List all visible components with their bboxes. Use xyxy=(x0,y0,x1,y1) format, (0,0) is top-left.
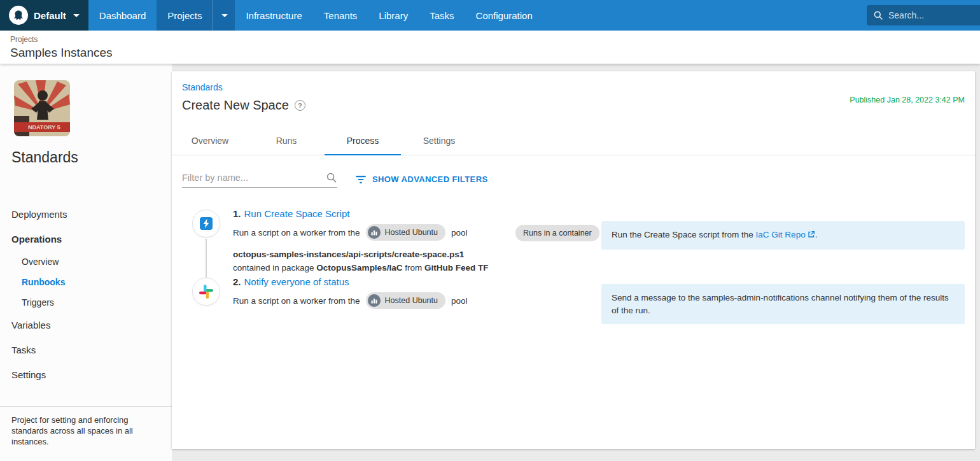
worker-pool-name: Hosted Ubuntu xyxy=(385,228,438,237)
global-search xyxy=(867,5,980,25)
filter-icon xyxy=(355,175,367,184)
worker-pool-suffix: pool xyxy=(451,296,468,306)
process-steps-list: 1.Run Create Space Script Run a script o… xyxy=(182,208,965,365)
process-step-1: 1.Run Create Space Script Run a script o… xyxy=(182,208,965,273)
script-path: octopus-samples-instances/api-scripts/cr… xyxy=(233,250,965,259)
project-sidebar: NDATORY 5 Standards Deployments Operatio… xyxy=(0,64,172,461)
runbook-title-row: Create New Space ? xyxy=(182,98,965,113)
worker-pool-text: Run a script on a worker from the xyxy=(233,296,360,306)
process-step-2: 2.Notify everyone of status Run a script… xyxy=(182,276,965,365)
runbook-title: Create New Space xyxy=(182,98,289,113)
sidebar-nav: Deployments Operations Overview Runbooks… xyxy=(0,202,172,387)
sidebar-item-runbooks[interactable]: Runbooks xyxy=(0,272,172,292)
step-1-icon[interactable] xyxy=(192,209,220,238)
worker-pool-icon xyxy=(368,226,381,239)
main-content-card: Standards Create New Space ? Published J… xyxy=(172,71,975,449)
octopus-logo-icon xyxy=(9,6,28,25)
search-icon xyxy=(326,172,337,183)
step-2-note: Send a message to the samples-admin-noti… xyxy=(601,284,965,324)
sidebar-item-overview[interactable]: Overview xyxy=(0,252,172,272)
worker-pool-suffix: pool xyxy=(451,228,468,238)
project-breadcrumb-link[interactable]: Standards xyxy=(182,82,223,92)
package-mid: from xyxy=(402,263,424,273)
filter-row: SHOW ADVANCED FILTERS xyxy=(182,172,965,188)
worker-pool-name: Hosted Ubuntu xyxy=(385,296,438,305)
package-line: contained in package OctopusSamples/IaC … xyxy=(233,263,965,273)
sidebar-item-variables[interactable]: Variables xyxy=(0,313,172,337)
slack-icon xyxy=(198,283,214,300)
project-description: Project for setting and enforcing standa… xyxy=(0,407,172,447)
nav-item-dashboard[interactable]: Dashboard xyxy=(88,0,157,31)
feed-name: GitHub Feed TF xyxy=(424,263,489,273)
worker-pool-text: Run a script on a worker from the xyxy=(233,228,360,238)
project-name: Standards xyxy=(11,149,172,166)
page-title: Samples Instances xyxy=(10,46,980,60)
step-1-number: 1. xyxy=(233,208,241,219)
worker-pool-icon xyxy=(368,294,381,307)
space-selector[interactable]: Default xyxy=(0,0,88,31)
filter-input[interactable] xyxy=(182,173,326,183)
step-2-number: 2. xyxy=(233,276,241,287)
nav-item-tenants[interactable]: Tenants xyxy=(313,0,368,31)
package-prefix: contained in package xyxy=(233,263,316,273)
space-selector-label: Default xyxy=(34,10,66,21)
step-1-title: 1.Run Create Space Script xyxy=(233,208,965,219)
chevron-down-icon xyxy=(221,14,228,17)
breadcrumb-parent-link[interactable]: Projects xyxy=(10,35,980,44)
search-icon xyxy=(873,10,883,20)
nav-item-projects[interactable]: Projects xyxy=(157,0,213,31)
tab-process[interactable]: Process xyxy=(325,127,401,155)
sidebar-item-settings[interactable]: Settings xyxy=(0,362,172,387)
package-name: OctopusSamples/IaC xyxy=(316,263,402,273)
container-chip: Runs in a container xyxy=(515,225,599,241)
step-1-name-link[interactable]: Run Create Space Script xyxy=(244,208,350,219)
top-navbar: Default Dashboard Projects Infrastructur… xyxy=(0,0,980,31)
sidebar-item-deployments[interactable]: Deployments xyxy=(0,202,172,227)
breadcrumb-bar: Projects Samples Instances xyxy=(0,31,980,64)
help-icon[interactable]: ? xyxy=(295,100,305,111)
svg-text:NDATORY 5: NDATORY 5 xyxy=(28,124,60,131)
tab-runs[interactable]: Runs xyxy=(248,127,325,155)
tab-bar: Overview Runs Process Settings xyxy=(172,127,975,155)
sidebar-item-tasks[interactable]: Tasks xyxy=(0,337,172,362)
nav-item-library[interactable]: Library xyxy=(368,0,419,31)
note-text: Run the Create Space script from the xyxy=(612,230,756,239)
tab-settings[interactable]: Settings xyxy=(401,127,477,155)
sidebar-item-triggers[interactable]: Triggers xyxy=(0,292,172,313)
worker-pool-chip: Hosted Ubuntu xyxy=(366,224,445,241)
worker-pool-chip: Hosted Ubuntu xyxy=(366,292,445,309)
nav-item-configuration[interactable]: Configuration xyxy=(465,0,543,31)
nav-item-tasks[interactable]: Tasks xyxy=(419,0,465,31)
nav-item-infrastructure[interactable]: Infrastructure xyxy=(235,0,312,31)
note-text-end: . xyxy=(815,230,818,239)
iac-git-repo-link[interactable]: IaC Git Repo xyxy=(756,230,806,239)
chevron-down-icon xyxy=(73,14,80,17)
sidebar-item-operations[interactable]: Operations xyxy=(0,227,172,252)
step-2-icon[interactable] xyxy=(192,278,220,306)
project-avatar: NDATORY 5 xyxy=(14,80,70,136)
show-advanced-filters-button[interactable]: SHOW ADVANCED FILTERS xyxy=(355,174,488,184)
tab-overview[interactable]: Overview xyxy=(172,127,248,155)
published-status: Published Jan 28, 2022 3:42 PM xyxy=(850,96,965,104)
step-2-name-link[interactable]: Notify everyone of status xyxy=(244,276,349,287)
filter-field xyxy=(182,172,337,188)
step-1-note: Run the Create Space script from the IaC… xyxy=(601,221,965,250)
search-input[interactable] xyxy=(888,10,969,20)
show-advanced-filters-label: SHOW ADVANCED FILTERS xyxy=(372,174,488,184)
projects-dropdown-caret[interactable] xyxy=(213,0,235,31)
script-step-icon xyxy=(198,215,214,232)
external-link-icon xyxy=(808,229,815,242)
